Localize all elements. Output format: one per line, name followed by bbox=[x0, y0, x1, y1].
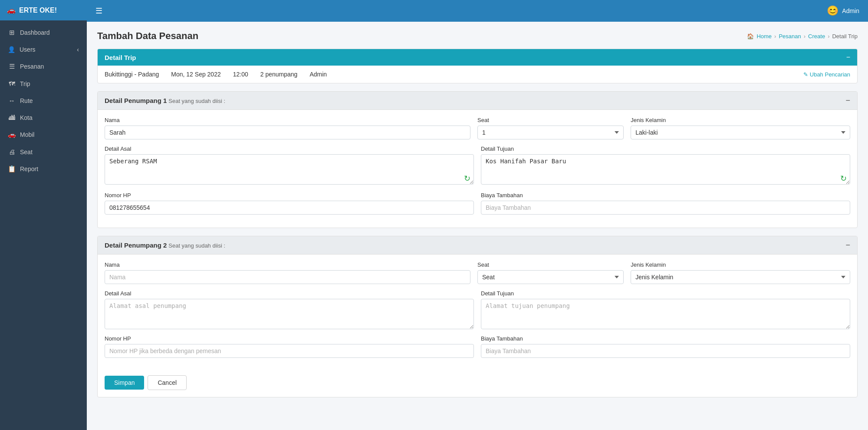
penumpang2-biaya-group: Biaya Tambahan bbox=[481, 335, 850, 358]
penumpang1-card: Detail Penumpang 1 Seat yang sudah diisi… bbox=[97, 91, 858, 228]
sidebar-item-label: Rute bbox=[20, 97, 33, 104]
penumpang2-tujuan-group: Detail Tujuan bbox=[481, 290, 850, 329]
breadcrumb-create[interactable]: Create bbox=[808, 33, 825, 40]
penumpang1-collapse-btn[interactable]: − bbox=[845, 96, 850, 105]
penumpang2-hp-group: Nomor HP bbox=[105, 335, 474, 358]
trip-route: Bukittinggi - Padang bbox=[105, 71, 159, 78]
penumpang1-asal-refresh-btn[interactable]: ↻ bbox=[464, 175, 470, 182]
penumpang2-tujuan-textarea[interactable] bbox=[481, 299, 850, 329]
breadcrumb-pesanan[interactable]: Pesanan bbox=[779, 33, 801, 40]
home-icon: 🏠 bbox=[747, 33, 754, 40]
penumpang1-tujuan-refresh-btn[interactable]: ↻ bbox=[840, 175, 847, 182]
penumpang1-biaya-group: Biaya Tambahan bbox=[481, 192, 850, 215]
pesanan-icon: ☰ bbox=[8, 63, 16, 70]
chevron-left-icon: ‹ bbox=[77, 46, 79, 53]
penumpang2-seat-select[interactable]: Seat 1 2 3 4 5 bbox=[477, 270, 624, 284]
penumpang1-seat-select[interactable]: 1 2 3 4 5 bbox=[477, 126, 624, 139]
penumpang1-asal-textarea[interactable]: Seberang RSAM bbox=[105, 154, 474, 185]
sidebar-item-users[interactable]: 👤 Users ‹ bbox=[0, 41, 87, 58]
simpan-button[interactable]: Simpan bbox=[105, 376, 144, 390]
penumpang1-asal-group: Detail Asal Seberang RSAM ↻ bbox=[105, 146, 474, 186]
penumpang2-seat-label: Seat bbox=[477, 261, 624, 268]
penumpang1-asal-label: Detail Asal bbox=[105, 146, 474, 152]
sidebar-item-seat[interactable]: 🖨 Seat bbox=[0, 143, 87, 160]
sidebar-item-dashboard[interactable]: ⊞ Dashboard bbox=[0, 24, 87, 41]
penumpang2-row1: Nama Seat Seat 1 2 3 4 5 bbox=[105, 261, 850, 284]
penumpang1-tujuan-textarea[interactable]: Kos Hanifah Pasar Baru bbox=[481, 154, 850, 185]
breadcrumb-sep2: › bbox=[804, 33, 806, 40]
page-title: Tambah Data Pesanan bbox=[97, 30, 198, 42]
sidebar-item-mobil[interactable]: 🚗 Mobil bbox=[0, 126, 87, 143]
penumpang1-nama-input[interactable] bbox=[105, 126, 470, 139]
penumpang2-seat-group: Seat Seat 1 2 3 4 5 bbox=[477, 261, 624, 284]
penumpang2-asal-label: Detail Asal bbox=[105, 290, 474, 297]
penumpang1-jk-label: Jenis Kelamin bbox=[631, 117, 850, 123]
report-icon: 📋 bbox=[8, 165, 16, 173]
penumpang2-nama-group: Nama bbox=[105, 261, 470, 284]
penumpang2-biaya-input[interactable] bbox=[481, 344, 850, 358]
sidebar-item-trip[interactable]: 🗺 Trip bbox=[0, 75, 87, 92]
penumpang1-tujuan-label: Detail Tujuan bbox=[481, 146, 850, 152]
penumpang2-section-header: Detail Penumpang 2 Seat yang sudah diisi… bbox=[98, 236, 857, 255]
kota-icon: 🏙 bbox=[8, 114, 16, 121]
breadcrumb-home[interactable]: Home bbox=[756, 33, 772, 40]
sidebar-item-pesanan[interactable]: ☰ Pesanan bbox=[0, 58, 87, 75]
sidebar-item-label: Dashboard bbox=[20, 29, 50, 36]
sidebar-item-label: Kota bbox=[20, 114, 33, 121]
seat-icon: 🖨 bbox=[8, 148, 16, 155]
ubah-pencarian-link[interactable]: ✎ Ubah Pencarian bbox=[803, 71, 850, 78]
penumpang1-row1: Nama Seat 1 2 3 4 5 Jen bbox=[105, 117, 850, 139]
penumpang2-row3: Nomor HP Biaya Tambahan bbox=[105, 335, 850, 358]
topbar: ☰ 😊 Admin bbox=[87, 0, 868, 22]
penumpang1-tujuan-group: Detail Tujuan Kos Hanifah Pasar Baru ↻ bbox=[481, 146, 850, 186]
breadcrumb-current: Detail Trip bbox=[832, 33, 858, 40]
ubah-label: Ubah Pencarian bbox=[810, 71, 850, 78]
penumpang2-card: Detail Penumpang 2 Seat yang sudah diisi… bbox=[97, 236, 858, 397]
breadcrumb-sep3: › bbox=[828, 33, 829, 40]
dashboard-icon: ⊞ bbox=[8, 29, 16, 36]
penumpang1-hp-group: Nomor HP bbox=[105, 192, 474, 215]
penumpang1-hp-input[interactable] bbox=[105, 201, 474, 215]
penumpang1-section-header: Detail Penumpang 1 Seat yang sudah diisi… bbox=[98, 92, 857, 110]
penumpang1-jk-select[interactable]: Laki-laki Perempuan bbox=[631, 126, 850, 139]
trip-admin: Admin bbox=[309, 71, 327, 78]
penumpang1-jk-group: Jenis Kelamin Laki-laki Perempuan bbox=[631, 117, 850, 139]
penumpang1-seat-label: Seat bbox=[477, 117, 624, 123]
penumpang2-collapse-btn[interactable]: − bbox=[845, 241, 850, 250]
trip-passengers: 2 penumpang bbox=[260, 71, 298, 78]
cancel-button[interactable]: Cancel bbox=[148, 375, 187, 390]
sidebar-item-rute[interactable]: ↔ Rute bbox=[0, 92, 87, 109]
breadcrumb-sep1: › bbox=[774, 33, 776, 40]
trip-info-row: Bukittinggi - Padang Mon, 12 Sep 2022 12… bbox=[98, 66, 857, 83]
sidebar-item-kota[interactable]: 🏙 Kota bbox=[0, 109, 87, 126]
penumpang2-asal-textarea[interactable] bbox=[105, 299, 474, 329]
app-icon: 🚗 bbox=[7, 6, 16, 14]
sidebar-item-report[interactable]: 📋 Report bbox=[0, 160, 87, 178]
sidebar-header: 🚗 ERTE OKE! bbox=[0, 0, 87, 20]
penumpang2-asal-group: Detail Asal bbox=[105, 290, 474, 329]
detail-trip-title: Detail Trip bbox=[105, 54, 136, 61]
menu-icon[interactable]: ☰ bbox=[95, 6, 102, 16]
penumpang2-hp-input[interactable] bbox=[105, 344, 474, 358]
penumpang2-tujuan-label: Detail Tujuan bbox=[481, 290, 850, 297]
penumpang1-nama-group: Nama bbox=[105, 117, 470, 139]
rute-icon: ↔ bbox=[8, 97, 16, 104]
penumpang1-title: Detail Penumpang 1 bbox=[105, 97, 167, 104]
admin-label: Admin bbox=[842, 7, 859, 14]
main-content: ☰ 😊 Admin Tambah Data Pesanan 🏠 Home › P… bbox=[87, 0, 868, 430]
sidebar-item-label: Trip bbox=[20, 80, 30, 87]
penumpang1-nama-label: Nama bbox=[105, 117, 470, 123]
penumpang2-nama-input[interactable] bbox=[105, 270, 470, 284]
penumpang1-form: Nama Seat 1 2 3 4 5 Jen bbox=[98, 110, 857, 228]
penumpang2-jk-select[interactable]: Jenis Kelamin Laki-laki Perempuan bbox=[631, 270, 850, 284]
edit-icon: ✎ bbox=[803, 71, 808, 78]
penumpang1-row2: Detail Asal Seberang RSAM ↻ Detail Tujua… bbox=[105, 146, 850, 186]
detail-trip-collapse-btn[interactable]: − bbox=[846, 53, 850, 61]
penumpang1-biaya-label: Biaya Tambahan bbox=[481, 192, 850, 198]
penumpang1-biaya-input[interactable] bbox=[481, 201, 850, 215]
trip-time: 12:00 bbox=[233, 71, 248, 78]
penumpang1-tujuan-wrapper: Kos Hanifah Pasar Baru ↻ bbox=[481, 154, 850, 186]
penumpang2-title: Detail Penumpang 2 bbox=[105, 241, 167, 249]
detail-trip-header: Detail Trip − bbox=[98, 49, 857, 66]
page-content: Tambah Data Pesanan 🏠 Home › Pesanan › C… bbox=[87, 22, 868, 430]
